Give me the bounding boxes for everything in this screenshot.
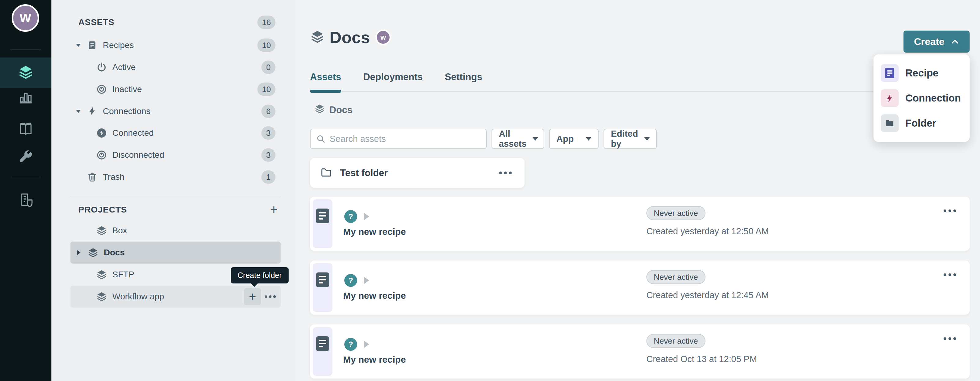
create-button[interactable]: Create [904,30,970,52]
project-layers-icon [88,247,99,258]
sidebar-item-label: Trash [103,172,124,182]
search-icon [316,134,325,143]
assets-toolbar: All assets App Edited by [310,129,970,149]
sidebar-item-project-workflow-app[interactable]: Workflow app + [70,286,281,308]
sidebar-divider [70,196,281,196]
create-menu-item-recipe[interactable]: Recipe [873,60,970,86]
sidebar-item-connections[interactable]: Connections 6 [51,100,295,122]
rail-divider [10,177,41,177]
created-timestamp: Created yesterday at 12:50 AM [646,226,769,237]
folder-breadcrumb-label: Docs [329,105,353,116]
chevron-up-icon [951,37,959,46]
rail-item-dashboard[interactable] [0,83,51,113]
workspace-admin-icon [18,192,33,209]
recipe-more-menu-icon[interactable] [943,337,956,340]
recipe-meta: Never active Created yesterday at 12:50 … [646,206,769,237]
recipe-row[interactable]: ? My new recipe Never active Created yes… [310,197,970,251]
chevron-down-icon[interactable] [76,44,81,47]
recipe-title[interactable]: My new recipe [343,227,406,237]
recipe-type-strip [313,263,332,312]
create-menu-item-connection[interactable]: Connection [873,86,970,111]
project-layers-icon [96,225,107,236]
tab-deployments[interactable]: Deployments [363,71,423,91]
sidebar: ASSETS 16 Recipes 10 Active 0 Inactive 1… [51,0,295,381]
chevron-down-icon[interactable] [76,110,81,113]
rail-item-library[interactable] [0,115,51,144]
workspace-avatar[interactable]: W [12,4,39,32]
chevron-right-icon[interactable] [77,250,81,255]
dashboard-chart-icon [18,89,33,106]
main-content: Docs w Create Recipe Connection Folde [295,0,980,381]
rail-item-tools[interactable] [0,143,51,172]
tab-bar: Assets Deployments Settings [310,71,970,92]
create-folder-tooltip: Create folder [231,267,289,283]
assets-section-label: ASSETS [78,17,115,27]
sidebar-item-label: Workflow app [112,292,164,302]
count-badge: 1 [261,170,275,184]
project-layers-icon [96,269,107,280]
bolt-circle-icon [96,127,107,138]
folder-row-test-folder[interactable]: Test folder [310,158,525,188]
search-input[interactable] [329,134,480,144]
filter-label: App [557,134,574,144]
recipe-type-strip [313,327,332,376]
create-menu-item-folder[interactable]: Folder [873,111,970,136]
sidebar-item-inactive[interactable]: Inactive 10 [51,78,295,100]
assets-count-badge: 16 [258,16,275,29]
created-timestamp: Created Oct 13 at 12:05 PM [646,354,757,364]
recipe-type-strip [313,199,332,248]
recipe-more-menu-icon[interactable] [943,273,956,276]
recipe-icon [316,208,329,223]
sidebar-item-label: Connections [103,106,151,116]
project-layers-icon [310,29,325,45]
sidebar-item-recipes[interactable]: Recipes 10 [51,34,295,56]
rail-item-admin[interactable] [0,186,51,215]
collaborator-avatar[interactable]: w [375,30,391,45]
create-project-button[interactable]: + [270,203,278,216]
sidebar-item-label: Recipes [103,40,134,50]
sidebar-item-active[interactable]: Active 0 [51,56,295,78]
create-button-label: Create [914,36,945,48]
count-badge: 0 [261,60,275,74]
expand-right-icon [364,277,369,284]
status-badge: Never active [646,206,705,220]
sidebar-item-project-box[interactable]: Box [51,219,295,241]
sidebar-item-disconnected[interactable]: Disconnected 3 [51,144,295,166]
filter-edited-by[interactable]: Edited by [603,129,657,149]
page-title: Docs [329,28,370,47]
recipe-row[interactable]: ? My new recipe Never active Created Oct… [310,324,970,379]
collaborator-avatar-letter: w [380,33,386,41]
projects-section-label: PROJECTS [78,205,127,215]
tab-assets[interactable]: Assets [310,71,341,91]
recipe-row[interactable]: ? My new recipe Never active Created yes… [310,260,970,314]
sidebar-item-label: Docs [104,248,124,257]
workspace-avatar-letter: W [19,11,31,25]
recipe-meta: Never active Created Oct 13 at 12:05 PM [646,334,757,364]
recipe-icon [316,273,329,287]
tab-settings[interactable]: Settings [445,71,482,91]
expand-right-icon [364,213,369,220]
sidebar-item-label: Inactive [112,84,142,94]
filter-app[interactable]: App [549,129,599,149]
recipe-more-menu-icon[interactable] [943,210,956,212]
filter-all-assets[interactable]: All assets [492,129,544,149]
project-more-menu-icon[interactable] [265,295,276,298]
assets-layers-icon [18,64,33,81]
sidebar-item-connected[interactable]: Connected 3 [51,122,295,144]
status-badge: Never active [646,270,705,284]
unknown-app-icon: ? [344,338,357,351]
assets-section-header: ASSETS 16 [51,13,295,31]
rail-divider [10,49,41,49]
create-folder-button[interactable]: + [244,288,261,305]
expand-right-icon [364,341,369,348]
sidebar-item-trash[interactable]: Trash 1 [51,166,295,188]
folder-row-label: Test folder [340,168,388,179]
sidebar-item-label: Disconnected [112,150,164,160]
created-timestamp: Created yesterday at 12:45 AM [646,290,769,300]
library-book-icon [18,121,33,138]
folder-more-menu-icon[interactable] [499,171,512,174]
sidebar-item-project-docs[interactable]: Docs [70,241,281,264]
folder-icon [881,114,899,132]
recipe-title[interactable]: My new recipe [343,291,406,301]
recipe-title[interactable]: My new recipe [343,354,406,365]
